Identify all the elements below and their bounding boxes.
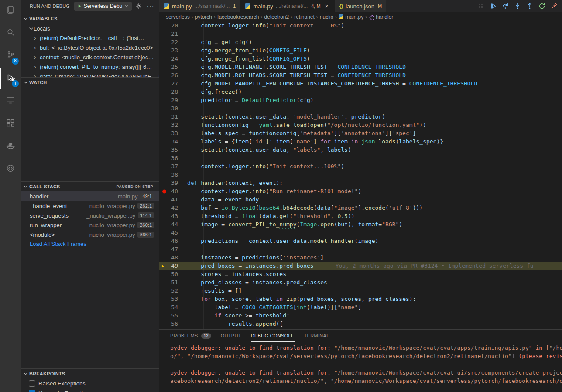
line-gutter[interactable]: 29 [159,96,187,104]
line-gutter[interactable]: 50 [159,270,187,278]
stack-frame-row[interactable]: handlermain.py49:1 [21,191,159,201]
code-text[interactable]: image = convert_PIL_to_numpy(Image.open(… [187,220,562,228]
code-text[interactable]: predictions = context.user_data.model_ha… [187,237,562,245]
code-text[interactable]: context.logger.info("Init context... 0%"… [187,21,562,30]
code-text[interactable]: cfg = get_cfg() [187,38,562,46]
line-gutter[interactable]: 28 [159,88,187,96]
line-gutter[interactable]: 33 [159,129,187,137]
code-text[interactable]: cfg.merge_from_list(CONFIG_OPTS) [187,55,562,63]
code-text[interactable] [187,104,562,112]
source-control-activity-item[interactable]: 8 [0,45,21,66]
code-text[interactable]: if score >= threshold: [187,311,562,320]
code-text[interactable] [187,30,562,38]
breakpoint-item[interactable]: Raised Exceptions [21,378,159,388]
line-gutter[interactable]: 39 [159,179,187,187]
continue-button[interactable] [488,2,497,11]
code-text[interactable]: cfg.merge_from_file(CONFIG_FILE) [187,46,562,55]
breadcrumb-item[interactable]: main.py [339,14,363,20]
chevron-right-icon[interactable]: › [34,35,40,41]
breadcrumb-item[interactable]: nuclio [320,14,333,20]
code-text[interactable]: buf = io.BytesIO(base64.b64decode(data["… [187,204,562,212]
code-text[interactable]: def handler(context, event): [187,179,562,187]
code-text[interactable]: instances = predictions['instances'] [187,253,562,262]
code-text[interactable]: data = event.body [187,195,562,204]
code-text[interactable] [187,170,562,179]
code-text[interactable]: context.logger.info("Init context...100%… [187,162,562,170]
load-all-stack-frames-link[interactable]: Load All Stack Frames [21,239,159,247]
chevron-down-icon[interactable] [28,25,34,31]
line-gutter[interactable]: 52 [159,286,187,295]
line-gutter[interactable]: 36 [159,154,187,162]
panel-tab-output[interactable]: OUTPUT [221,330,241,342]
code-text[interactable]: threshold = float(data.get("threshold", … [187,212,562,220]
stack-frame-row[interactable]: <module>_nuclio_wrapper.py366:1 [21,230,159,239]
gear-icon[interactable] [135,3,142,10]
panel-tab-problems[interactable]: PROBLEMS12 [170,330,211,342]
stack-frame-row[interactable]: run_wrapper_nuclio_wrapper.py360:1 [21,220,159,230]
code-text[interactable] [187,228,562,237]
line-gutter[interactable]: 25 [159,63,187,71]
line-gutter[interactable]: 31 [159,112,187,121]
launch-config-dropdown[interactable]: Serverless Debu [74,2,132,11]
line-gutter[interactable]: 30 [159,104,187,112]
code-text[interactable]: pred_classes = instances.pred_classes [187,278,562,286]
line-gutter[interactable]: 47 [159,245,187,253]
line-gutter[interactable]: 26 [159,71,187,79]
step-over-button[interactable] [500,2,510,11]
extensions-activity-item[interactable] [0,113,21,134]
variables-section-header[interactable]: VARIABLES [21,14,159,24]
step-into-button[interactable] [513,2,522,11]
line-gutter[interactable]: 51 [159,278,187,286]
line-gutter[interactable]: 34 [159,137,187,146]
code-text[interactable]: pred_boxes = instances.pred_boxesYou, 2 … [187,262,562,270]
breadcrumb-item[interactable]: serverless [166,14,190,20]
chevron-right-icon[interactable]: › [34,44,40,51]
line-gutter[interactable]: 27 [159,79,187,88]
stack-frame-row[interactable]: _handle_event_nuclio_wrapper.py262:1 [21,201,159,211]
line-gutter[interactable]: ▶49 [159,262,187,270]
docker-activity-item[interactable] [0,136,21,157]
panel-tab-terminal[interactable]: TERMINAL [304,330,329,342]
variable-row[interactable]: ›(return) DefaultPredictor.__call__:{'in… [21,33,159,43]
line-gutter[interactable]: 48 [159,253,187,262]
breakpoint-icon[interactable] [162,189,166,193]
line-gutter[interactable]: 35 [159,146,187,154]
code-text[interactable] [187,245,562,253]
editor-tab[interactable]: main.py.../retinanet/...4, M× [240,0,335,12]
code-text[interactable] [187,154,562,162]
code-text[interactable]: results.append({ [187,320,562,328]
code-text[interactable]: labels = {item['id']: item['name'] for i… [187,137,562,146]
remote-explorer-activity-item[interactable] [0,91,21,112]
watch-section-header[interactable]: WATCH [21,78,159,87]
code-text[interactable]: setattr(context.user_data, "labels", lab… [187,146,562,154]
editor-tab[interactable]: main.py.../siammask/...1 [159,0,240,12]
code-text[interactable]: setattr(context.user_data, 'model_handle… [187,112,562,121]
stack-frame-row[interactable]: serve_requests_nuclio_wrapper.py114:1 [21,211,159,220]
panel-tab-debug-console[interactable]: DEBUG CONSOLE [251,330,295,342]
line-gutter[interactable]: 20 [159,21,187,30]
live-share-activity-item[interactable] [0,159,21,180]
line-gutter[interactable]: 41 [159,195,187,204]
step-out-button[interactable] [525,2,534,11]
line-gutter[interactable]: 42 [159,204,187,212]
run-and-debug-activity-item[interactable]: 1 [0,68,21,89]
line-gutter[interactable]: 45 [159,228,187,237]
debug-toolbar-drag-handle[interactable] [476,2,485,11]
line-gutter[interactable]: 55 [159,311,187,320]
editor-tab[interactable]: {}launch.jsonM [335,0,387,12]
line-gutter[interactable]: 37 [159,162,187,170]
line-gutter[interactable]: 22 [159,38,187,46]
code-text[interactable]: cfg.freeze() [187,88,562,96]
line-gutter[interactable]: 32 [159,121,187,129]
breakpoints-section-header[interactable]: BREAKPOINTS [21,369,159,378]
code-editor[interactable]: 20 context.logger.info("Init context... … [159,21,562,329]
breadcrumb-item[interactable]: pytorch [195,14,212,20]
breadcrumb-item[interactable]: facebookresearch [217,14,259,20]
variable-row[interactable]: ›data:{'image': 'iVBORw0KGgoAAAANSUhE… 5… [21,72,159,78]
close-icon[interactable]: × [323,3,330,10]
chevron-right-icon[interactable]: › [34,54,40,60]
line-gutter[interactable]: 43 [159,212,187,220]
code-text[interactable]: functionconfig = yaml.safe_load(open("/o… [187,121,562,129]
disconnect-button[interactable] [549,2,559,11]
code-text[interactable]: cfg.MODEL.PANOPTIC_FPN.COMBINE.INSTANCES… [187,79,562,88]
